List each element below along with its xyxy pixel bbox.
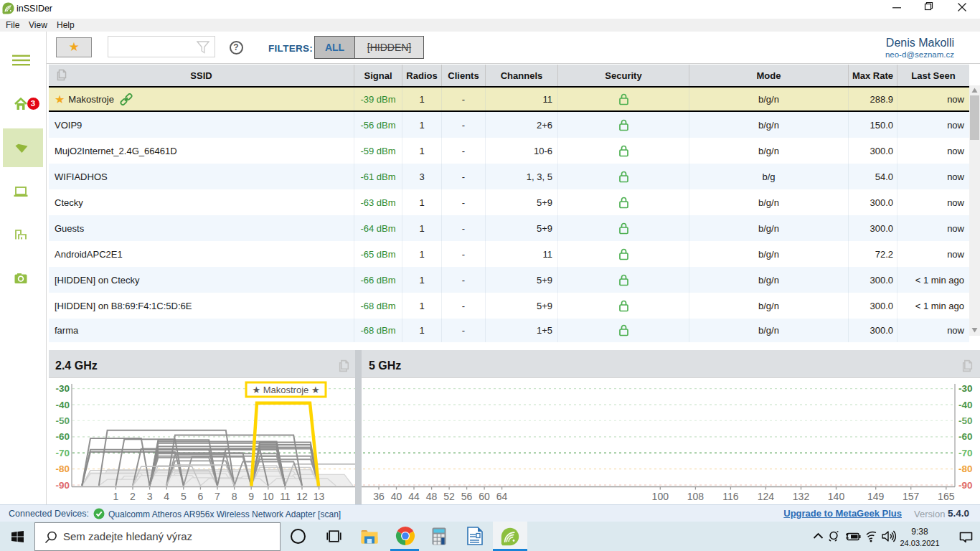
- svg-text:-60: -60: [958, 431, 973, 442]
- svg-text:64: 64: [496, 491, 508, 502]
- svg-text:-50: -50: [55, 415, 70, 426]
- svg-text:-40: -40: [55, 400, 70, 410]
- svg-text:3: 3: [147, 491, 153, 502]
- svg-text:11: 11: [280, 491, 291, 502]
- svg-text:157: 157: [903, 491, 920, 502]
- svg-text:100: 100: [652, 491, 669, 502]
- svg-text:116: 116: [722, 491, 739, 502]
- svg-text:13: 13: [314, 491, 325, 502]
- svg-text:44: 44: [408, 491, 420, 502]
- svg-text:-70: -70: [958, 448, 973, 458]
- svg-text:149: 149: [867, 491, 885, 502]
- svg-text:7: 7: [215, 491, 220, 502]
- svg-text:-30: -30: [958, 383, 973, 394]
- svg-text:1: 1: [113, 491, 119, 502]
- svg-text:108: 108: [687, 491, 705, 502]
- svg-text:36: 36: [373, 491, 385, 502]
- svg-text:48: 48: [426, 491, 438, 502]
- svg-text:2: 2: [130, 491, 136, 502]
- svg-text:-80: -80: [958, 463, 973, 474]
- svg-text:52: 52: [443, 491, 455, 502]
- svg-text:40: 40: [391, 491, 402, 502]
- svg-text:-40: -40: [958, 400, 973, 410]
- svg-text:132: 132: [793, 491, 810, 502]
- svg-text:-50: -50: [958, 415, 973, 426]
- svg-text:8: 8: [232, 491, 237, 502]
- svg-text:-60: -60: [55, 431, 70, 442]
- svg-text:★ Makostroje ★: ★ Makostroje ★: [252, 385, 319, 395]
- svg-text:124: 124: [758, 491, 775, 502]
- svg-text:165: 165: [938, 491, 955, 502]
- svg-text:56: 56: [461, 491, 473, 502]
- svg-text:-30: -30: [55, 383, 70, 394]
- svg-text:9: 9: [248, 491, 254, 502]
- svg-text:-90: -90: [958, 480, 973, 491]
- svg-text:5: 5: [181, 491, 187, 502]
- svg-text:-80: -80: [55, 463, 70, 474]
- svg-text:6: 6: [198, 491, 204, 502]
- svg-text:12: 12: [296, 491, 308, 502]
- svg-text:4: 4: [164, 491, 169, 502]
- svg-text:-70: -70: [55, 448, 70, 458]
- svg-text:140: 140: [828, 491, 845, 502]
- svg-text:10: 10: [263, 491, 274, 502]
- svg-text:60: 60: [479, 491, 490, 502]
- svg-text:-90: -90: [55, 480, 70, 491]
